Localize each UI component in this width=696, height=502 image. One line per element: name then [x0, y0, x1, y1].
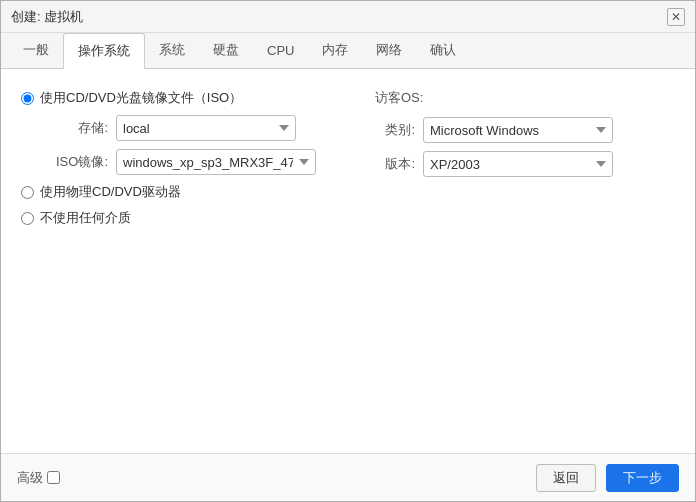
tab-bar: 一般 操作系统 系统 硬盘 CPU 内存 网络 确认 — [1, 33, 695, 69]
tab-general[interactable]: 一般 — [9, 33, 63, 69]
close-button[interactable]: ✕ — [667, 8, 685, 26]
content-area: 使用CD/DVD光盘镜像文件（ISO） 存储: local ISO镜像: win… — [1, 69, 695, 453]
radio-physical[interactable]: 使用物理CD/DVD驱动器 — [21, 183, 345, 201]
title-bar: 创建: 虚拟机 ✕ — [1, 1, 695, 33]
iso-row: ISO镜像: windows_xp_sp3_MRX3F_47B — [43, 149, 345, 175]
tab-network[interactable]: 网络 — [362, 33, 416, 69]
storage-row: 存储: local — [43, 115, 345, 141]
footer-left: 高级 — [17, 469, 60, 487]
type-select[interactable]: Microsoft Windows — [423, 117, 613, 143]
right-panel: 访客OS: 类别: Microsoft Windows 版本: XP/2003 — [375, 89, 675, 227]
tab-disk[interactable]: 硬盘 — [199, 33, 253, 69]
radio-iso-label: 使用CD/DVD光盘镜像文件（ISO） — [40, 89, 242, 107]
version-label: 版本: — [375, 155, 415, 173]
main-window: 创建: 虚拟机 ✕ 一般 操作系统 系统 硬盘 CPU 内存 网络 确认 使用C… — [0, 0, 696, 502]
left-panel: 使用CD/DVD光盘镜像文件（ISO） 存储: local ISO镜像: win… — [21, 89, 345, 227]
advanced-checkbox[interactable] — [47, 471, 60, 484]
footer: 高级 返回 下一步 — [1, 453, 695, 501]
version-select[interactable]: XP/2003 — [423, 151, 613, 177]
tab-memory[interactable]: 内存 — [308, 33, 362, 69]
iso-form-fields: 存储: local ISO镜像: windows_xp_sp3_MRX3F_47… — [43, 115, 345, 175]
window-title: 创建: 虚拟机 — [11, 8, 83, 26]
advanced-label: 高级 — [17, 469, 43, 487]
tab-system[interactable]: 系统 — [145, 33, 199, 69]
storage-select[interactable]: local — [116, 115, 296, 141]
radio-physical-label: 使用物理CD/DVD驱动器 — [40, 183, 181, 201]
radio-iso[interactable]: 使用CD/DVD光盘镜像文件（ISO） — [21, 89, 345, 107]
version-row: 版本: XP/2003 — [375, 151, 675, 177]
radio-none-label: 不使用任何介质 — [40, 209, 131, 227]
storage-label: 存储: — [43, 119, 108, 137]
type-label: 类别: — [375, 121, 415, 139]
tab-confirm[interactable]: 确认 — [416, 33, 470, 69]
advanced-checkbox-label[interactable]: 高级 — [17, 469, 60, 487]
back-button[interactable]: 返回 — [536, 464, 596, 492]
radio-none[interactable]: 不使用任何介质 — [21, 209, 345, 227]
tab-cpu[interactable]: CPU — [253, 33, 308, 69]
guest-os-title: 访客OS: — [375, 89, 675, 107]
main-layout: 使用CD/DVD光盘镜像文件（ISO） 存储: local ISO镜像: win… — [21, 89, 675, 227]
next-button[interactable]: 下一步 — [606, 464, 679, 492]
radio-iso-input[interactable] — [21, 92, 34, 105]
tab-os[interactable]: 操作系统 — [63, 33, 145, 69]
guest-os-section: 访客OS: 类别: Microsoft Windows 版本: XP/2003 — [375, 89, 675, 177]
radio-none-input[interactable] — [21, 212, 34, 225]
type-row: 类别: Microsoft Windows — [375, 117, 675, 143]
iso-label: ISO镜像: — [43, 153, 108, 171]
radio-physical-input[interactable] — [21, 186, 34, 199]
iso-select[interactable]: windows_xp_sp3_MRX3F_47B — [116, 149, 316, 175]
